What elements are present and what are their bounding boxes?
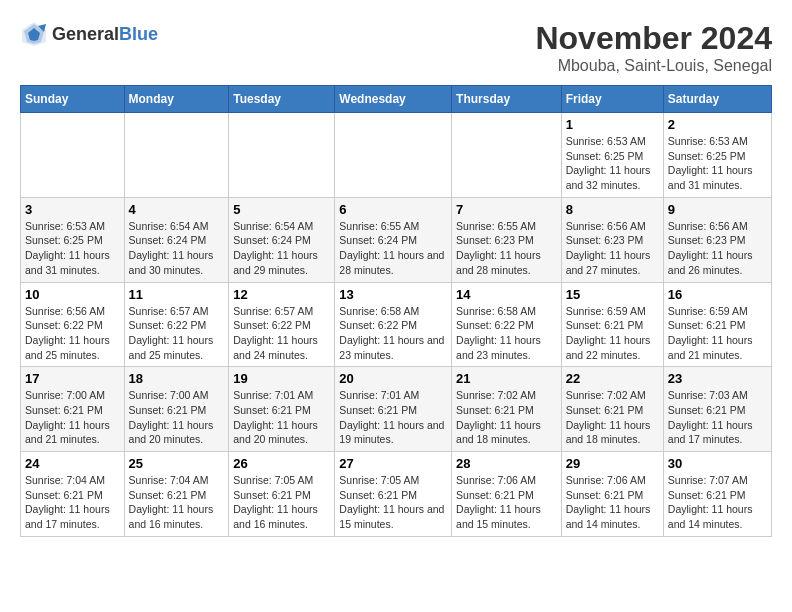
day-number: 20: [339, 371, 447, 386]
title-section: November 2024 Mbouba, Saint-Louis, Seneg…: [535, 20, 772, 75]
day-info: Sunrise: 6:58 AM Sunset: 6:22 PM Dayligh…: [456, 304, 557, 363]
calendar-cell: [21, 113, 125, 198]
day-info: Sunrise: 7:03 AM Sunset: 6:21 PM Dayligh…: [668, 388, 767, 447]
day-info: Sunrise: 6:54 AM Sunset: 6:24 PM Dayligh…: [129, 219, 225, 278]
day-number: 15: [566, 287, 659, 302]
calendar-cell: 8Sunrise: 6:56 AM Sunset: 6:23 PM Daylig…: [561, 197, 663, 282]
calendar-cell: 29Sunrise: 7:06 AM Sunset: 6:21 PM Dayli…: [561, 452, 663, 537]
day-number: 9: [668, 202, 767, 217]
calendar-cell: 5Sunrise: 6:54 AM Sunset: 6:24 PM Daylig…: [229, 197, 335, 282]
calendar-week-2: 3Sunrise: 6:53 AM Sunset: 6:25 PM Daylig…: [21, 197, 772, 282]
weekday-header-thursday: Thursday: [452, 86, 562, 113]
day-number: 27: [339, 456, 447, 471]
calendar-cell: 19Sunrise: 7:01 AM Sunset: 6:21 PM Dayli…: [229, 367, 335, 452]
day-number: 28: [456, 456, 557, 471]
day-info: Sunrise: 6:56 AM Sunset: 6:23 PM Dayligh…: [566, 219, 659, 278]
day-number: 21: [456, 371, 557, 386]
day-number: 17: [25, 371, 120, 386]
day-info: Sunrise: 7:00 AM Sunset: 6:21 PM Dayligh…: [25, 388, 120, 447]
day-info: Sunrise: 6:53 AM Sunset: 6:25 PM Dayligh…: [668, 134, 767, 193]
calendar-week-5: 24Sunrise: 7:04 AM Sunset: 6:21 PM Dayli…: [21, 452, 772, 537]
calendar-cell: 30Sunrise: 7:07 AM Sunset: 6:21 PM Dayli…: [663, 452, 771, 537]
calendar-cell: 2Sunrise: 6:53 AM Sunset: 6:25 PM Daylig…: [663, 113, 771, 198]
calendar-cell: 17Sunrise: 7:00 AM Sunset: 6:21 PM Dayli…: [21, 367, 125, 452]
day-number: 3: [25, 202, 120, 217]
day-number: 6: [339, 202, 447, 217]
day-number: 14: [456, 287, 557, 302]
calendar-cell: 9Sunrise: 6:56 AM Sunset: 6:23 PM Daylig…: [663, 197, 771, 282]
day-info: Sunrise: 6:58 AM Sunset: 6:22 PM Dayligh…: [339, 304, 447, 363]
calendar-cell: 28Sunrise: 7:06 AM Sunset: 6:21 PM Dayli…: [452, 452, 562, 537]
calendar-cell: 11Sunrise: 6:57 AM Sunset: 6:22 PM Dayli…: [124, 282, 229, 367]
day-number: 25: [129, 456, 225, 471]
calendar-cell: 4Sunrise: 6:54 AM Sunset: 6:24 PM Daylig…: [124, 197, 229, 282]
day-info: Sunrise: 6:56 AM Sunset: 6:23 PM Dayligh…: [668, 219, 767, 278]
day-info: Sunrise: 7:02 AM Sunset: 6:21 PM Dayligh…: [456, 388, 557, 447]
day-number: 12: [233, 287, 330, 302]
day-info: Sunrise: 6:56 AM Sunset: 6:22 PM Dayligh…: [25, 304, 120, 363]
day-number: 2: [668, 117, 767, 132]
day-number: 24: [25, 456, 120, 471]
calendar-cell: 20Sunrise: 7:01 AM Sunset: 6:21 PM Dayli…: [335, 367, 452, 452]
day-info: Sunrise: 7:01 AM Sunset: 6:21 PM Dayligh…: [233, 388, 330, 447]
day-info: Sunrise: 6:54 AM Sunset: 6:24 PM Dayligh…: [233, 219, 330, 278]
calendar-cell: 23Sunrise: 7:03 AM Sunset: 6:21 PM Dayli…: [663, 367, 771, 452]
day-number: 1: [566, 117, 659, 132]
weekday-header-monday: Monday: [124, 86, 229, 113]
calendar-cell: [229, 113, 335, 198]
calendar-cell: [335, 113, 452, 198]
day-number: 11: [129, 287, 225, 302]
day-info: Sunrise: 7:04 AM Sunset: 6:21 PM Dayligh…: [25, 473, 120, 532]
calendar-cell: 1Sunrise: 6:53 AM Sunset: 6:25 PM Daylig…: [561, 113, 663, 198]
calendar-cell: 18Sunrise: 7:00 AM Sunset: 6:21 PM Dayli…: [124, 367, 229, 452]
day-number: 7: [456, 202, 557, 217]
day-info: Sunrise: 6:57 AM Sunset: 6:22 PM Dayligh…: [129, 304, 225, 363]
page-header: GeneralBlue November 2024 Mbouba, Saint-…: [20, 20, 772, 75]
calendar-cell: 16Sunrise: 6:59 AM Sunset: 6:21 PM Dayli…: [663, 282, 771, 367]
day-info: Sunrise: 6:57 AM Sunset: 6:22 PM Dayligh…: [233, 304, 330, 363]
day-info: Sunrise: 7:01 AM Sunset: 6:21 PM Dayligh…: [339, 388, 447, 447]
calendar-cell: 26Sunrise: 7:05 AM Sunset: 6:21 PM Dayli…: [229, 452, 335, 537]
day-info: Sunrise: 6:55 AM Sunset: 6:23 PM Dayligh…: [456, 219, 557, 278]
day-number: 18: [129, 371, 225, 386]
month-title: November 2024: [535, 20, 772, 57]
calendar-cell: 13Sunrise: 6:58 AM Sunset: 6:22 PM Dayli…: [335, 282, 452, 367]
day-info: Sunrise: 7:06 AM Sunset: 6:21 PM Dayligh…: [566, 473, 659, 532]
day-number: 8: [566, 202, 659, 217]
calendar-cell: 24Sunrise: 7:04 AM Sunset: 6:21 PM Dayli…: [21, 452, 125, 537]
day-info: Sunrise: 7:05 AM Sunset: 6:21 PM Dayligh…: [233, 473, 330, 532]
calendar-week-3: 10Sunrise: 6:56 AM Sunset: 6:22 PM Dayli…: [21, 282, 772, 367]
day-info: Sunrise: 7:05 AM Sunset: 6:21 PM Dayligh…: [339, 473, 447, 532]
calendar-cell: 22Sunrise: 7:02 AM Sunset: 6:21 PM Dayli…: [561, 367, 663, 452]
calendar-cell: 27Sunrise: 7:05 AM Sunset: 6:21 PM Dayli…: [335, 452, 452, 537]
calendar-cell: 21Sunrise: 7:02 AM Sunset: 6:21 PM Dayli…: [452, 367, 562, 452]
day-number: 13: [339, 287, 447, 302]
calendar-cell: 14Sunrise: 6:58 AM Sunset: 6:22 PM Dayli…: [452, 282, 562, 367]
calendar-table: SundayMondayTuesdayWednesdayThursdayFrid…: [20, 85, 772, 537]
day-info: Sunrise: 6:59 AM Sunset: 6:21 PM Dayligh…: [566, 304, 659, 363]
day-number: 29: [566, 456, 659, 471]
day-info: Sunrise: 6:55 AM Sunset: 6:24 PM Dayligh…: [339, 219, 447, 278]
weekday-header-tuesday: Tuesday: [229, 86, 335, 113]
weekday-header-wednesday: Wednesday: [335, 86, 452, 113]
day-number: 5: [233, 202, 330, 217]
day-number: 23: [668, 371, 767, 386]
day-number: 26: [233, 456, 330, 471]
logo-blue: Blue: [119, 24, 158, 44]
day-info: Sunrise: 7:00 AM Sunset: 6:21 PM Dayligh…: [129, 388, 225, 447]
calendar-cell: 12Sunrise: 6:57 AM Sunset: 6:22 PM Dayli…: [229, 282, 335, 367]
weekday-header-row: SundayMondayTuesdayWednesdayThursdayFrid…: [21, 86, 772, 113]
day-number: 16: [668, 287, 767, 302]
logo-text: GeneralBlue: [52, 24, 158, 45]
calendar-cell: [124, 113, 229, 198]
calendar-cell: 3Sunrise: 6:53 AM Sunset: 6:25 PM Daylig…: [21, 197, 125, 282]
day-info: Sunrise: 7:02 AM Sunset: 6:21 PM Dayligh…: [566, 388, 659, 447]
calendar-cell: 6Sunrise: 6:55 AM Sunset: 6:24 PM Daylig…: [335, 197, 452, 282]
day-info: Sunrise: 7:06 AM Sunset: 6:21 PM Dayligh…: [456, 473, 557, 532]
day-number: 4: [129, 202, 225, 217]
calendar-cell: [452, 113, 562, 198]
weekday-header-sunday: Sunday: [21, 86, 125, 113]
day-number: 10: [25, 287, 120, 302]
calendar-cell: 7Sunrise: 6:55 AM Sunset: 6:23 PM Daylig…: [452, 197, 562, 282]
location-title: Mbouba, Saint-Louis, Senegal: [535, 57, 772, 75]
